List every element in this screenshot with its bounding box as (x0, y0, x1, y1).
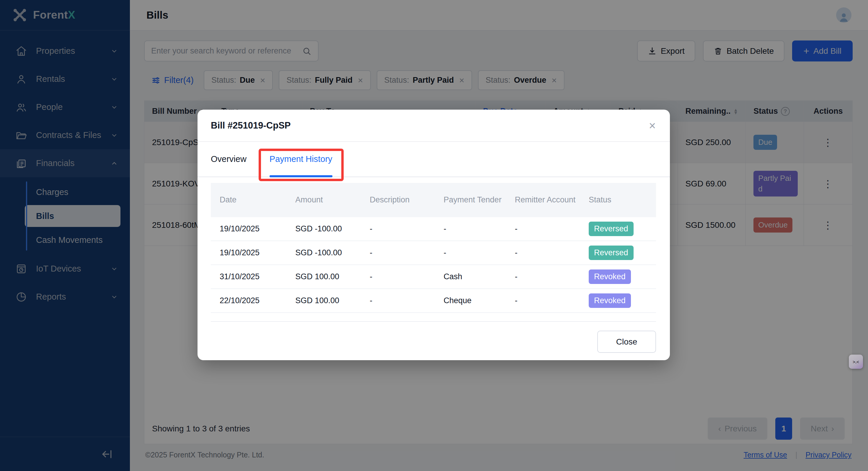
status-badge: Reversed (589, 245, 633, 260)
tab-overview[interactable]: Overview (211, 142, 247, 176)
amount-cell: SGD 100.00 (286, 296, 361, 305)
remitter-account-cell: - (506, 224, 580, 233)
amount-cell: SGD -100.00 (286, 224, 361, 233)
bill-detail-modal: Bill #251019-CpSP × Overview Payment His… (197, 110, 670, 360)
column-header-status: Status (580, 194, 656, 206)
column-header-remitter-account: Remitter Account (506, 194, 580, 206)
payment-row: 19/10/2025 SGD -100.00 - - - Reversed (211, 241, 656, 265)
amount-cell: SGD 100.00 (286, 272, 361, 281)
date-cell: 19/10/2025 (211, 248, 286, 257)
payment-tender-cell: - (435, 224, 506, 233)
close-icon[interactable]: × (649, 120, 656, 131)
payment-table-header: Date Amount Description Payment Tender R… (211, 183, 656, 217)
status-cell: Reversed (580, 245, 656, 260)
status-badge: Revoked (589, 269, 631, 284)
status-badge: Reversed (589, 222, 633, 236)
description-cell: - (361, 296, 435, 305)
status-cell: Revoked (580, 293, 656, 308)
column-header-amount: Amount (286, 194, 361, 206)
status-badge: Revoked (589, 293, 631, 308)
payment-row: 22/10/2025 SGD 100.00 - Cheque - Revoked (211, 289, 656, 313)
app-root: ForentX Properties Rentals People Contra… (0, 0, 868, 471)
payment-row: 31/10/2025 SGD 100.00 - Cash - Revoked (211, 265, 656, 289)
tab-payment-history[interactable]: Payment History (270, 142, 333, 176)
payment-tender-cell: Cash (435, 272, 506, 281)
feedback-widget-button[interactable]: >.< (849, 355, 863, 369)
modal-title: Bill #251019-CpSP (211, 120, 291, 131)
column-header-payment-tender: Payment Tender (435, 194, 506, 206)
date-cell: 31/10/2025 (211, 272, 286, 281)
payment-row: 19/10/2025 SGD -100.00 - - - Reversed (211, 217, 656, 241)
payment-tender-cell: Cheque (435, 296, 506, 305)
remitter-account-cell: - (506, 248, 580, 257)
remitter-account-cell: - (506, 296, 580, 305)
amount-cell: SGD -100.00 (286, 248, 361, 257)
description-cell: - (361, 224, 435, 233)
payment-history-table: Date Amount Description Payment Tender R… (211, 183, 656, 313)
modal-tabs: Overview Payment History (197, 142, 670, 177)
date-cell: 22/10/2025 (211, 296, 286, 305)
description-cell: - (361, 272, 435, 281)
status-cell: Revoked (580, 269, 656, 284)
remitter-account-cell: - (506, 272, 580, 281)
payment-tender-cell: - (435, 248, 506, 257)
modal-header: Bill #251019-CpSP × (197, 110, 670, 142)
column-header-date: Date (211, 194, 286, 206)
close-button[interactable]: Close (597, 331, 656, 353)
status-cell: Reversed (580, 222, 656, 236)
column-header-description: Description (361, 194, 435, 206)
date-cell: 19/10/2025 (211, 224, 286, 233)
modal-footer: Close (211, 321, 656, 353)
description-cell: - (361, 248, 435, 257)
feedback-face-icon: >.< (852, 359, 859, 364)
